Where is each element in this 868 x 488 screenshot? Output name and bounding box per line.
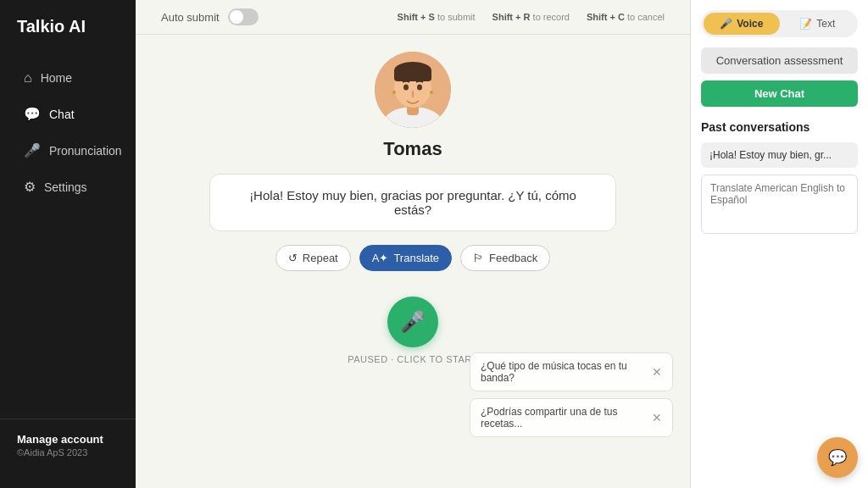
auto-submit-label: Auto submit	[161, 11, 220, 24]
svg-point-9	[430, 91, 433, 94]
mic-status-label: PAUSED · CLICK TO START	[348, 354, 478, 364]
sidebar-label-settings: Settings	[44, 180, 87, 194]
feedback-icon: 🏳	[473, 252, 484, 264]
settings-icon: ⚙	[24, 179, 36, 195]
feedback-button[interactable]: 🏳 Feedback	[460, 245, 550, 271]
sidebar-footer: Manage account ©Aidia ApS 2023	[0, 419, 136, 471]
top-bar: Auto submit Shift + S to submit Shift + …	[136, 0, 690, 35]
manage-account-link[interactable]: Manage account	[17, 433, 119, 446]
auto-submit-area: Auto submit	[161, 8, 259, 25]
assessment-button[interactable]: Conversation assessment	[701, 47, 858, 74]
suggestion-close-1[interactable]: ✕	[652, 365, 662, 379]
chat-bubble: ¡Hola! Estoy muy bien, gracias por pregu…	[209, 174, 616, 231]
shortcut-cancel: Shift + C to cancel	[587, 12, 665, 22]
chat-icon: 💬	[24, 106, 41, 122]
svg-point-7	[417, 85, 422, 91]
suggestion-item-2[interactable]: ¿Podrías compartir una de tus recetas...…	[470, 398, 673, 437]
main-content: Auto submit Shift + S to submit Shift + …	[136, 0, 690, 488]
svg-rect-5	[394, 69, 431, 81]
shortcut-hints: Shift + S to submit Shift + R to record …	[398, 12, 665, 22]
copyright: ©Aidia ApS 2023	[17, 447, 119, 458]
suggestion-close-2[interactable]: ✕	[652, 411, 662, 424]
past-conversation-item-1[interactable]: ¡Hola! Estoy muy bien, gr...	[701, 142, 858, 168]
action-buttons: ↺ Repeat A✦ Translate 🏳 Feedback	[275, 245, 550, 271]
suggestion-text-1: ¿Qué tipo de música tocas en tu banda?	[481, 360, 652, 384]
chat-message: ¡Hola! Estoy muy bien, gracias por pregu…	[249, 188, 576, 217]
microphone-button[interactable]: 🎤	[387, 297, 438, 347]
mode-toggle: 🎤 Voice 📝 Text	[701, 10, 858, 37]
sidebar-item-pronunciation[interactable]: 🎤 Pronunciation	[7, 134, 129, 167]
sidebar-item-settings[interactable]: ⚙ Settings	[7, 170, 129, 203]
suggestion-item-1[interactable]: ¿Qué tipo de música tocas en tu banda? ✕	[470, 352, 673, 391]
svg-point-8	[392, 91, 396, 94]
mic-nav-icon: 🎤	[24, 142, 41, 158]
fab-button[interactable]: 💬	[817, 437, 858, 478]
sidebar-item-chat[interactable]: 💬 Chat	[7, 97, 129, 130]
microphone-icon: 🎤	[400, 310, 426, 334]
agent-name: Tomas	[383, 138, 442, 160]
avatar-image	[375, 52, 451, 128]
repeat-button[interactable]: ↺ Repeat	[275, 245, 351, 271]
text-mode-icon: 📝	[799, 18, 812, 30]
suggestions-panel: ¿Qué tipo de música tocas en tu banda? ✕…	[470, 352, 673, 437]
suggestion-text-2: ¿Podrías compartir una de tus recetas...	[481, 406, 652, 430]
home-icon: ⌂	[24, 70, 32, 86]
new-chat-button[interactable]: New Chat	[701, 80, 858, 107]
sidebar-label-pronunciation: Pronunciation	[49, 144, 122, 158]
fab-icon: 💬	[828, 448, 847, 467]
sidebar-label-chat: Chat	[49, 108, 75, 121]
sidebar-item-home[interactable]: ⌂ Home	[7, 62, 129, 94]
voice-mode-button[interactable]: 🎤 Voice	[704, 13, 780, 35]
toggle-knob	[230, 10, 243, 24]
app-logo: Talkio AI	[0, 17, 136, 62]
mic-area: 🎤 PAUSED · CLICK TO START	[348, 297, 478, 364]
shortcut-record: Shift + R to record	[492, 12, 570, 22]
past-conversations-title: Past conversations	[701, 120, 858, 134]
sidebar-nav: ⌂ Home 💬 Chat 🎤 Pronunciation ⚙ Settings	[0, 62, 136, 419]
voice-mode-icon: 🎤	[720, 18, 732, 30]
text-mode-button[interactable]: 📝 Text	[780, 13, 856, 35]
sidebar-label-home: Home	[41, 71, 72, 85]
sidebar: Talkio AI ⌂ Home 💬 Chat 🎤 Pronunciation …	[0, 0, 136, 488]
translate-textarea[interactable]	[701, 175, 858, 234]
translate-icon: A✦	[372, 252, 389, 264]
right-panel: 🎤 Voice 📝 Text Conversation assessment N…	[690, 0, 868, 488]
shortcut-submit: Shift + S to submit	[398, 12, 476, 22]
auto-submit-toggle[interactable]	[228, 8, 259, 25]
repeat-icon: ↺	[288, 252, 298, 264]
agent-avatar	[375, 52, 451, 128]
translate-button[interactable]: A✦ Translate	[359, 245, 452, 271]
svg-point-6	[403, 85, 409, 91]
